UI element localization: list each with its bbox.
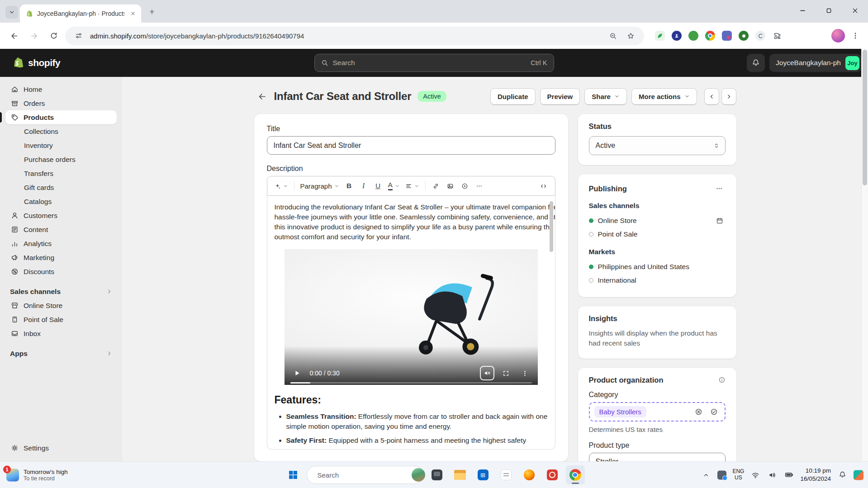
- microsoft-store-button[interactable]: ⊞: [474, 465, 493, 484]
- browser-forward-button[interactable]: [25, 27, 43, 44]
- extension-icon[interactable]: [703, 29, 717, 43]
- browser-back-button[interactable]: [5, 27, 23, 44]
- video-menu-button[interactable]: [519, 367, 531, 379]
- sidebar-item-inbox[interactable]: Inbox: [5, 327, 117, 341]
- sidebar-item-purchase-orders[interactable]: Purchase orders: [5, 152, 117, 166]
- task-view-button[interactable]: [427, 465, 446, 484]
- more-actions-button[interactable]: More actions: [631, 88, 697, 105]
- back-button[interactable]: [254, 88, 270, 104]
- tray-app-icon[interactable]: [717, 470, 726, 479]
- duplicate-button[interactable]: Duplicate: [490, 88, 536, 105]
- admin-search-input[interactable]: [333, 59, 526, 67]
- underline-button[interactable]: U: [371, 179, 385, 193]
- text-color-button[interactable]: A: [386, 179, 402, 193]
- extension-icon[interactable]: [737, 29, 750, 43]
- sidebar-item-customers[interactable]: Customers: [5, 208, 117, 223]
- sidebar-item-gift-cards[interactable]: Gift cards: [5, 180, 117, 194]
- url-bar[interactable]: admin.shopify.com/store/joycebangkaylan-…: [65, 27, 644, 45]
- sidebar-item-transfers[interactable]: Transfers: [5, 166, 117, 180]
- sidebar-section-sales-channels[interactable]: Sales channels: [5, 284, 117, 298]
- wifi-button[interactable]: [750, 469, 761, 480]
- window-minimize-button[interactable]: [789, 0, 816, 21]
- insert-image-button[interactable]: [444, 179, 457, 193]
- scrollbar-thumb[interactable]: [863, 50, 867, 185]
- taskbar-search[interactable]: [307, 466, 423, 484]
- tab-close-button[interactable]: [128, 9, 138, 18]
- sidebar-item-catalogs[interactable]: Catalogs: [5, 194, 117, 208]
- sidebar-item-orders[interactable]: Orders: [5, 96, 117, 110]
- description-editor-body[interactable]: Introducing the revolutionary Infant Car…: [267, 196, 555, 450]
- sidebar-item-discounts[interactable]: Discounts: [5, 265, 117, 279]
- extension-icon[interactable]: [670, 29, 683, 43]
- confirm-category-button[interactable]: [708, 406, 720, 417]
- product-title-input[interactable]: [267, 136, 555, 155]
- play-button[interactable]: [291, 367, 304, 379]
- insert-link-button[interactable]: [429, 179, 443, 193]
- italic-button[interactable]: I: [357, 179, 370, 193]
- next-product-button[interactable]: [721, 88, 736, 105]
- sidebar-item-analytics[interactable]: Analytics: [5, 237, 117, 251]
- editor-scrollbar-thumb[interactable]: [550, 201, 553, 252]
- notifications-button[interactable]: [747, 54, 765, 72]
- browser-reload-button[interactable]: [45, 27, 62, 44]
- site-settings-button[interactable]: [72, 29, 85, 42]
- insert-video-button[interactable]: [458, 179, 472, 193]
- alignment-button[interactable]: [403, 179, 422, 193]
- video-progress-bar[interactable]: [290, 382, 532, 384]
- admin-search-bar[interactable]: Ctrl K: [314, 54, 554, 72]
- more-formatting-button[interactable]: [473, 179, 486, 193]
- chrome-taskbar-button[interactable]: [566, 465, 585, 484]
- pinned-app-button[interactable]: [543, 465, 562, 484]
- clear-category-button[interactable]: [693, 406, 705, 417]
- sidebar-item-collections[interactable]: Collections: [5, 124, 117, 138]
- taskbar-search-input[interactable]: [318, 471, 408, 479]
- sidebar-item-products[interactable]: Products: [5, 110, 117, 124]
- publishing-menu-button[interactable]: [713, 182, 726, 195]
- bookmark-button[interactable]: [624, 29, 637, 42]
- weather-widget[interactable]: 1 Tomorrow's high To tie record: [6, 469, 68, 482]
- previous-product-button[interactable]: [704, 88, 719, 105]
- category-tag[interactable]: Baby Strollers: [594, 406, 646, 417]
- mute-button[interactable]: [481, 367, 493, 379]
- sidebar-section-apps[interactable]: Apps: [5, 346, 117, 360]
- start-button[interactable]: [284, 465, 303, 484]
- sidebar-item-content[interactable]: Content: [5, 223, 117, 237]
- browser-menu-button[interactable]: [848, 28, 863, 43]
- volume-button[interactable]: [767, 469, 778, 480]
- new-tab-button[interactable]: [145, 5, 159, 19]
- extension-icon[interactable]: [720, 29, 734, 43]
- sidebar-item-marketing[interactable]: Marketing: [5, 251, 117, 265]
- status-select[interactable]: Active: [589, 136, 726, 155]
- extension-icon[interactable]: [754, 29, 767, 43]
- battery-button[interactable]: [783, 469, 794, 480]
- ai-assist-button[interactable]: [272, 179, 290, 193]
- bold-button[interactable]: B: [342, 179, 356, 193]
- sidebar-item-home[interactable]: Home: [5, 82, 117, 96]
- product-type-input[interactable]: [589, 453, 726, 461]
- sidebar-item-point-of-sale[interactable]: Point of Sale: [5, 313, 117, 327]
- firefox-button[interactable]: [520, 465, 539, 484]
- sidebar-item-settings[interactable]: Settings: [5, 441, 117, 455]
- window-close-button[interactable]: [842, 0, 868, 21]
- language-switcher[interactable]: ENG US: [732, 469, 744, 481]
- product-video-player[interactable]: 0:00 / 0:30: [285, 249, 538, 385]
- code-view-button[interactable]: [537, 179, 550, 193]
- account-menu[interactable]: JoyceBangkaylan-ph Joy: [769, 54, 862, 72]
- share-button[interactable]: Share: [584, 88, 627, 105]
- window-maximize-button[interactable]: [816, 0, 842, 21]
- sidebar-item-inventory[interactable]: Inventory: [5, 138, 117, 152]
- file-explorer-button[interactable]: [451, 465, 470, 484]
- tab-search-button[interactable]: [5, 6, 18, 19]
- pinned-app-button[interactable]: [497, 465, 516, 484]
- browser-tab[interactable]: JoyceBangkaylan-ph · Products: [20, 5, 141, 23]
- browser-profile-avatar[interactable]: [831, 29, 845, 43]
- notification-center-button[interactable]: [837, 469, 848, 480]
- extension-icon[interactable]: [653, 29, 667, 43]
- paragraph-style-dropdown[interactable]: Paragraph: [298, 179, 342, 193]
- extension-icon[interactable]: [687, 29, 700, 43]
- taskbar-clock[interactable]: 10:19 pm 16/05/2024: [800, 467, 831, 483]
- page-scrollbar[interactable]: [861, 49, 868, 461]
- sidebar-item-online-store[interactable]: Online Store: [5, 298, 117, 313]
- browser-extensions-button[interactable]: [770, 29, 784, 43]
- schedule-button[interactable]: [714, 215, 726, 227]
